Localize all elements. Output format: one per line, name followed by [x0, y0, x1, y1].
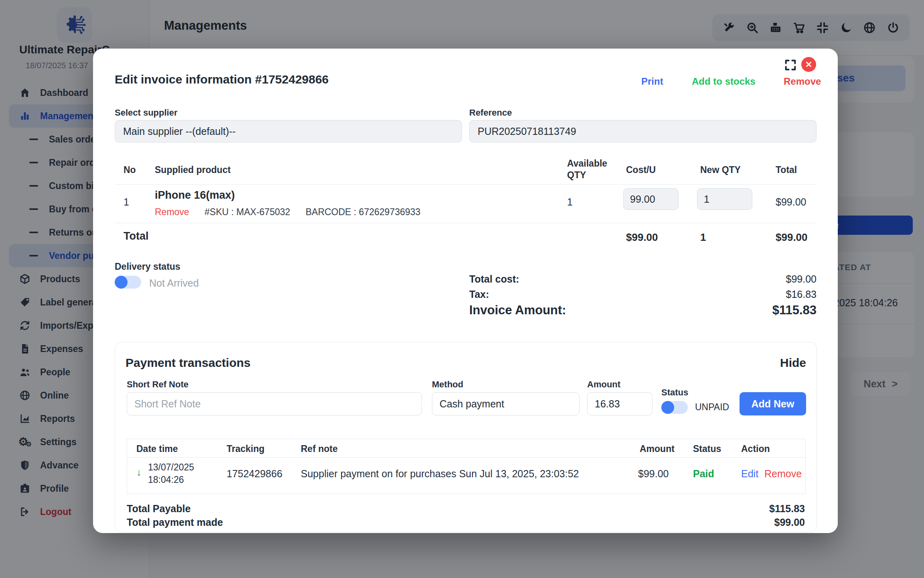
- supplier-select[interactable]: Main supplier --(default)--: [115, 120, 462, 142]
- reference-input[interactable]: [469, 120, 817, 142]
- available-qty-value: 1: [567, 196, 573, 208]
- payment-ref-note: Supplier payment on for purchases Sun Ju…: [301, 468, 579, 480]
- remove-payment-link[interactable]: Remove: [764, 468, 802, 480]
- payment-time: 18:04:26: [148, 474, 184, 485]
- col-header-available: Available QTY: [567, 158, 615, 181]
- pay-col-action: Action: [741, 444, 770, 454]
- total-row-label: Total: [124, 230, 149, 242]
- cost-input[interactable]: [623, 188, 679, 210]
- payment-amount: $99.00: [638, 468, 669, 480]
- invoice-amount-label: Invoice Amount:: [469, 303, 566, 317]
- total-payment-made-value: $99.00: [774, 517, 805, 528]
- col-header-qty: New QTY: [700, 164, 741, 176]
- delivery-status-label: Delivery status: [115, 261, 180, 272]
- pay-col-tracking: Tracking: [227, 444, 265, 454]
- table-divider: [115, 184, 817, 185]
- row-total: $99.00: [776, 196, 806, 208]
- arrow-down-icon: ↓: [136, 466, 142, 478]
- remove-product-link[interactable]: Remove: [155, 207, 189, 217]
- tax-label: Tax:: [469, 289, 489, 300]
- amount-input[interactable]: [587, 392, 652, 415]
- col-header-no: No: [124, 164, 136, 176]
- short-ref-note-label: Short Ref Note: [127, 379, 188, 390]
- method-select[interactable]: Cash payment: [432, 392, 580, 415]
- hide-payments-button[interactable]: Hide: [780, 356, 806, 370]
- row-no: 1: [124, 196, 129, 208]
- grand-total-cell: $99.00: [776, 231, 808, 244]
- remove-invoice-button[interactable]: Remove: [784, 76, 821, 87]
- product-barcode: BARCODE : 672629736933: [306, 207, 420, 217]
- print-button[interactable]: Print: [641, 76, 663, 87]
- status-label: Status: [661, 387, 688, 398]
- payment-transactions-section: Payment transactions Hide Short Ref Note…: [115, 342, 817, 532]
- total-qty-cell: 1: [700, 231, 706, 244]
- total-payable-label: Total Payable: [127, 503, 190, 515]
- payment-date: 13/07/2025: [148, 462, 194, 473]
- table-divider: [115, 223, 817, 223]
- supplier-label: Select supplier: [115, 108, 178, 118]
- total-payment-made-label: Total payment made: [127, 517, 223, 528]
- method-label: Method: [432, 379, 463, 390]
- total-cost-label: Total cost:: [469, 273, 519, 285]
- table-divider: [127, 457, 805, 458]
- total-cost-cell: $99.00: [626, 231, 658, 244]
- status-text: UNPAID: [695, 402, 729, 413]
- col-header-product: Supplied product: [155, 164, 231, 176]
- edit-invoice-modal: ✕ Edit invoice information #1752429866 P…: [93, 49, 838, 533]
- edit-payment-link[interactable]: Edit: [741, 468, 758, 480]
- pay-col-date: Date time: [136, 444, 178, 454]
- delivery-status-text: Not Arrived: [149, 277, 199, 289]
- modal-title: Edit invoice information #1752429866: [115, 73, 329, 86]
- delivery-status-toggle[interactable]: [115, 276, 141, 289]
- total-payable-value: $115.83: [769, 503, 805, 515]
- col-header-total: Total: [776, 164, 797, 176]
- invoice-amount-value: $115.83: [772, 303, 817, 317]
- product-meta: Remove #SKU : MAX-675032 BARCODE : 67262…: [155, 207, 420, 218]
- add-to-stocks-button[interactable]: Add to stocks: [692, 76, 756, 87]
- payment-tracking: 1752429866: [227, 468, 282, 480]
- payments-table: Date time Tracking Ref note Amount Statu…: [127, 439, 806, 494]
- expand-icon[interactable]: [784, 58, 797, 72]
- close-icon[interactable]: ✕: [801, 57, 816, 72]
- new-qty-input[interactable]: [697, 188, 752, 210]
- total-cost-value: $99.00: [786, 273, 817, 285]
- short-ref-note-input[interactable]: [127, 392, 422, 415]
- pay-col-ref: Ref note: [301, 444, 338, 454]
- add-new-payment-button[interactable]: Add New: [740, 392, 806, 415]
- tax-value: $16.83: [786, 289, 817, 300]
- payment-status-toggle[interactable]: [661, 401, 688, 414]
- payment-section-title: Payment transactions: [126, 356, 251, 370]
- amount-label: Amount: [587, 379, 620, 390]
- product-sku: #SKU : MAX-675032: [205, 207, 290, 217]
- col-header-cost: Cost/U: [626, 164, 656, 176]
- reference-label: Reference: [469, 108, 512, 118]
- pay-col-status: Status: [693, 444, 721, 454]
- payment-status-badge: Paid: [693, 468, 714, 480]
- product-name: iPhone 16(max): [155, 189, 235, 201]
- pay-col-amount: Amount: [640, 444, 675, 454]
